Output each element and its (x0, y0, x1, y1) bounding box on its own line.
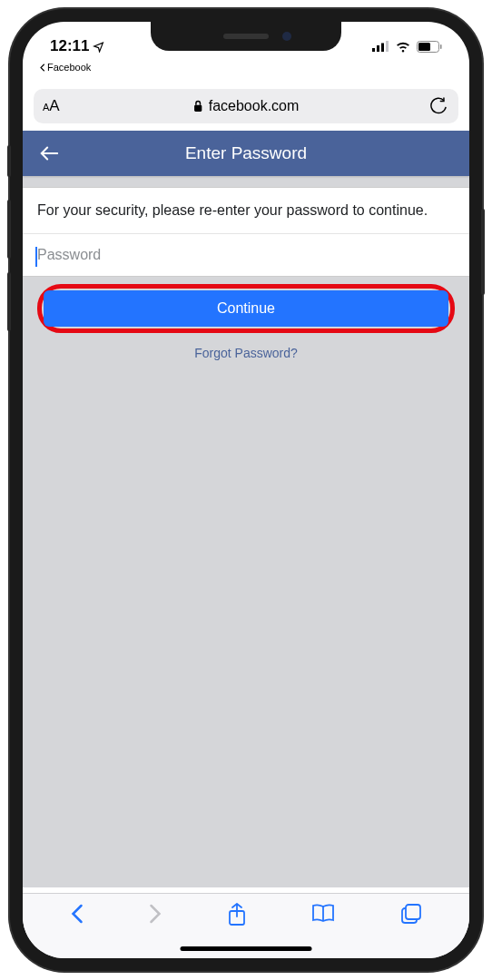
url-text: facebook.com (209, 98, 300, 114)
nav-back-button[interactable] (70, 903, 84, 925)
breadcrumb-back[interactable]: Facebook (39, 62, 91, 73)
volume-down (7, 272, 11, 331)
chevron-left-icon (39, 64, 45, 72)
text-cursor (35, 247, 37, 267)
fb-back-button[interactable] (39, 144, 59, 162)
url-bar[interactable]: AA facebook.com (34, 89, 458, 123)
svg-rect-1 (377, 45, 379, 52)
svg-rect-9 (406, 905, 420, 919)
share-icon (228, 903, 246, 926)
arrow-left-icon (39, 144, 59, 162)
svg-rect-0 (372, 48, 375, 52)
tabs-button[interactable] (400, 903, 422, 925)
mute-switch (7, 145, 11, 177)
book-icon (311, 903, 335, 923)
fb-header: Enter Password (23, 131, 469, 176)
svg-rect-3 (386, 41, 389, 52)
annotation-highlight: Continue (37, 284, 455, 333)
svg-rect-5 (418, 43, 430, 51)
location-icon (93, 41, 104, 53)
wifi-icon (395, 41, 411, 53)
svg-rect-6 (440, 44, 442, 49)
reader-aa-button[interactable]: AA (43, 97, 60, 115)
chevron-right-icon (149, 903, 162, 925)
share-button[interactable] (228, 903, 246, 926)
volume-up (7, 200, 11, 259)
cellular-icon (372, 41, 389, 52)
svg-rect-2 (381, 44, 384, 53)
chevron-left-icon (70, 903, 84, 925)
home-indicator[interactable] (181, 946, 312, 951)
nav-forward-button (149, 903, 162, 925)
power-button (481, 209, 485, 295)
breadcrumb-label: Facebook (47, 62, 91, 73)
forgot-password-link[interactable]: Forgot Password? (23, 346, 469, 360)
refresh-button[interactable] (430, 97, 448, 115)
content-area: For your security, please re-enter your … (23, 176, 469, 887)
continue-button[interactable]: Continue (44, 290, 448, 327)
security-prompt: For your security, please re-enter your … (23, 188, 469, 234)
url-display: facebook.com (193, 98, 300, 114)
password-card: For your security, please re-enter your … (23, 187, 469, 277)
password-input[interactable] (37, 247, 219, 263)
notch (151, 22, 341, 51)
bookmarks-button[interactable] (311, 903, 335, 923)
battery-icon (417, 41, 442, 53)
screen: 12:11 Facebook AA facebook.com (23, 22, 469, 958)
svg-rect-7 (194, 105, 202, 112)
phone-frame: 12:11 Facebook AA facebook.com (10, 9, 482, 971)
refresh-icon (430, 97, 448, 115)
fb-header-title: Enter Password (185, 143, 307, 163)
status-time: 12:11 (50, 37, 89, 55)
tabs-icon (400, 903, 422, 925)
lock-icon (193, 100, 203, 113)
